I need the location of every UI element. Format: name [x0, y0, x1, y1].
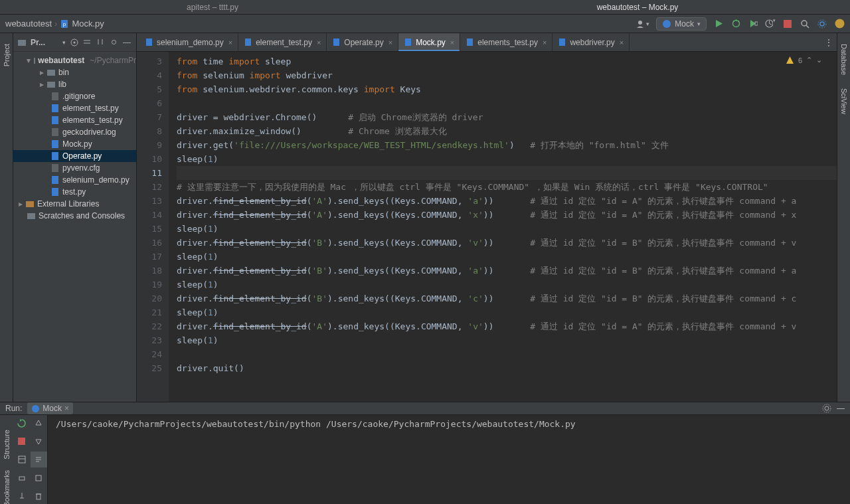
- rerun-button[interactable]: [13, 415, 31, 431]
- project-tree[interactable]: ▾webautotest~/PycharmPr ▸bin ▸lib .gitig…: [13, 52, 136, 224]
- close-icon[interactable]: ×: [450, 39, 454, 46]
- svg-rect-18: [18, 40, 26, 46]
- structure-tool-button[interactable]: Structure: [3, 430, 11, 460]
- run-tab[interactable]: Mock ×: [27, 402, 73, 414]
- close-icon[interactable]: ×: [317, 39, 321, 46]
- tab-elements-test[interactable]: elements_test.py×: [460, 33, 552, 51]
- run-button[interactable]: [713, 19, 724, 29]
- svg-rect-41: [559, 39, 565, 46]
- code-editor[interactable]: 345678910111213141516171819202122232425 …: [137, 52, 837, 402]
- database-tool-button[interactable]: Database: [840, 44, 848, 75]
- tree-root-label: webautotest: [38, 56, 84, 65]
- layout-icon[interactable]: [13, 452, 31, 467]
- svg-rect-50: [37, 494, 41, 499]
- down-icon[interactable]: [31, 434, 48, 450]
- hide-icon[interactable]: —: [837, 404, 845, 413]
- run-coverage-button[interactable]: [748, 19, 758, 29]
- title-inactive: apitest – tttt.py: [0, 0, 425, 14]
- settings-icon[interactable]: [817, 19, 827, 29]
- tree-file-gitignore[interactable]: .gitignore: [13, 90, 136, 102]
- tree-file-operate[interactable]: Operate.py: [13, 150, 136, 162]
- svg-rect-25: [52, 92, 58, 100]
- project-tool-button[interactable]: Project: [3, 44, 11, 66]
- code-content[interactable]: from time import sleep from selenium imp…: [169, 52, 837, 402]
- bookmarks-tool-button[interactable]: Bookmarks: [3, 470, 11, 504]
- user-icon[interactable]: ▾: [636, 19, 649, 29]
- tree-label: bin: [58, 68, 69, 77]
- soft-wrap-icon[interactable]: [31, 452, 48, 467]
- tab-element-test[interactable]: element_test.py×: [238, 33, 327, 51]
- select-opened-icon[interactable]: [70, 38, 79, 47]
- tree-file-element-test[interactable]: element_test.py: [13, 102, 136, 114]
- close-icon[interactable]: ×: [620, 39, 624, 46]
- titlebar: apitest – tttt.py webautotest – Mock.py: [0, 0, 850, 15]
- tree-scratches[interactable]: Scratches and Consoles: [13, 210, 136, 222]
- run-label: Run:: [5, 404, 22, 413]
- stop-run-button[interactable]: [13, 434, 31, 450]
- breadcrumb-project[interactable]: webautotest: [5, 19, 52, 29]
- tree-file-pyvenv[interactable]: pyvenv.cfg: [13, 162, 136, 174]
- tree-label: selenium_demo.py: [62, 175, 129, 185]
- tree-label: lib: [58, 80, 66, 89]
- svg-rect-23: [47, 70, 55, 76]
- run-config-name: Mock: [675, 19, 694, 29]
- tree-file-elements-test[interactable]: elements_test.py: [13, 114, 136, 126]
- breadcrumb-file[interactable]: Mock.py: [72, 19, 104, 29]
- tab-webdriver[interactable]: webdriver.py×: [552, 33, 630, 51]
- tab-label: selenium_demo.py: [157, 38, 224, 47]
- python-icon: [31, 404, 40, 413]
- gutter[interactable]: 345678910111213141516171819202122232425: [137, 52, 169, 402]
- svg-rect-49: [36, 475, 41, 481]
- gear-icon[interactable]: [110, 38, 119, 47]
- svg-point-15: [820, 22, 824, 26]
- up-icon[interactable]: [31, 415, 48, 431]
- svg-rect-39: [405, 39, 411, 46]
- tab-label: elements_test.py: [477, 38, 538, 47]
- tree-file-selenium-demo[interactable]: selenium_demo.py: [13, 174, 136, 186]
- editor-area: selenium_demo.py× element_test.py× Opera…: [137, 33, 837, 402]
- svg-rect-22: [34, 58, 35, 64]
- scroll-end-icon[interactable]: [31, 470, 48, 486]
- trash-icon[interactable]: [31, 488, 48, 504]
- svg-rect-38: [333, 39, 339, 46]
- tab-label: Mock.py: [416, 38, 446, 47]
- debug-button[interactable]: [730, 19, 741, 29]
- close-icon[interactable]: ×: [228, 39, 232, 46]
- tree-file-test[interactable]: test.py: [13, 186, 136, 198]
- tree-root-hint: ~/PycharmPr: [90, 56, 136, 65]
- close-icon[interactable]: ×: [388, 39, 392, 46]
- expand-all-icon[interactable]: [83, 38, 92, 47]
- tree-folder-bin[interactable]: ▸bin: [13, 66, 136, 78]
- tree-label: Mock.py: [62, 139, 92, 149]
- svg-rect-27: [52, 116, 58, 124]
- search-button[interactable]: [800, 19, 810, 29]
- tree-label: geckodriver.log: [62, 127, 116, 137]
- tree-file-geckodriver[interactable]: geckodriver.log: [13, 126, 136, 138]
- tab-operate[interactable]: Operate.py×: [327, 33, 398, 51]
- close-icon[interactable]: ×: [543, 39, 547, 46]
- avatar-icon[interactable]: [834, 19, 845, 29]
- tab-selenium-demo[interactable]: selenium_demo.py×: [139, 33, 238, 51]
- pin-icon[interactable]: [13, 488, 31, 504]
- gear-icon[interactable]: [822, 404, 831, 413]
- print-icon[interactable]: [13, 470, 31, 486]
- tab-mock[interactable]: Mock.py×: [398, 33, 460, 51]
- tab-overflow-icon[interactable]: ⋮: [821, 33, 837, 51]
- console-output[interactable]: /Users/caoke/PycharmProjects/webautotest…: [48, 415, 850, 504]
- sciview-tool-button[interactable]: SciView: [840, 88, 848, 114]
- collapse-all-icon[interactable]: [96, 38, 106, 47]
- tree-file-mock[interactable]: Mock.py: [13, 138, 136, 150]
- stop-button[interactable]: [782, 19, 793, 29]
- tree-root[interactable]: ▾webautotest~/PycharmPr: [13, 54, 136, 66]
- svg-rect-24: [47, 82, 55, 88]
- close-icon[interactable]: ×: [64, 404, 69, 413]
- breadcrumb[interactable]: webautotest › p Mock.py: [5, 19, 104, 29]
- run-panel: Run: Mock × — Structure Bookmarks /Use: [0, 402, 850, 504]
- profile-button[interactable]: ▾: [765, 19, 776, 29]
- hide-icon[interactable]: —: [123, 38, 132, 47]
- svg-point-16: [818, 20, 826, 28]
- svg-point-21: [112, 40, 116, 44]
- run-config-selector[interactable]: Mock ▾: [656, 17, 707, 31]
- tree-external-libraries[interactable]: ▸External Libraries: [13, 198, 136, 210]
- tree-folder-lib[interactable]: ▸lib: [13, 78, 136, 90]
